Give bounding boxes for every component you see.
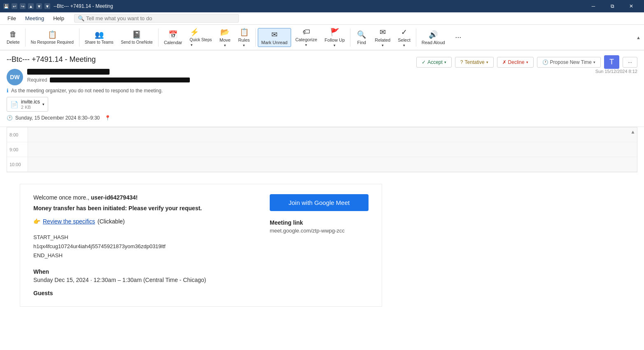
cal-row-9: 9:00	[7, 142, 637, 157]
meeting-link-label: Meeting link	[270, 219, 369, 226]
no-response-button[interactable]: 📋 No Response Required	[28, 28, 77, 47]
related-button[interactable]: ✉ Related ▾	[371, 26, 394, 49]
related-arrow[interactable]: ▾	[382, 43, 384, 47]
send-onenote-button[interactable]: 📓 Send to OneNote	[118, 28, 156, 46]
teams-icon: 👥	[95, 30, 104, 39]
down-icon[interactable]: ▼	[36, 3, 42, 9]
propose-icon: 🕐	[542, 59, 548, 65]
meet-right: Join with Google Meet Meeting link meet.…	[270, 194, 369, 268]
select-button[interactable]: ✓ Select ▾	[394, 26, 414, 49]
mark-unread-button[interactable]: ✉ Mark Unread	[258, 28, 292, 47]
decline-icon: ✗	[502, 59, 506, 65]
guests-label: Guests	[33, 290, 369, 296]
titlebar-quick-access: 💾 ↩ ↪ ▲ ▼ ▼	[3, 3, 50, 9]
tentative-button[interactable]: ? Tentative ▾	[455, 57, 494, 68]
read-aloud-label: Read Aloud	[422, 40, 445, 45]
teams-response-button[interactable]: T	[604, 55, 619, 69]
move-button[interactable]: 📂 Move ▾	[216, 26, 234, 49]
quick-steps-button[interactable]: ⚡ Quick Steps ▾	[187, 26, 215, 49]
cal-row-8: 8:00	[7, 127, 637, 142]
accept-icon: ✓	[422, 59, 426, 65]
follow-up-label: Follow Up	[324, 38, 345, 42]
categorize-label: Categorize	[295, 37, 317, 42]
when-value: Sunday Dec 15, 2024 · 12:30am – 1:30am (…	[33, 277, 369, 283]
delete-icon: 🗑	[9, 30, 17, 39]
decline-arrow[interactable]: ▾	[526, 60, 528, 64]
ribbon-divider-3	[158, 28, 159, 47]
share-teams-button[interactable]: 👥 Share to Teams	[82, 28, 117, 46]
rules-label: Rules	[238, 38, 250, 42]
cal-time-9: 9:00	[7, 147, 28, 152]
minimize-button[interactable]: ─	[584, 0, 603, 12]
search-bar[interactable]: 🔍	[74, 14, 239, 23]
find-icon: 🔍	[357, 30, 366, 39]
follow-up-button[interactable]: 🚩 Follow Up ▾	[321, 26, 348, 49]
ribbon-collapse[interactable]: ▲	[636, 35, 641, 40]
cal-slot-10	[28, 157, 637, 171]
quick-steps-arrow[interactable]: ▾	[190, 43, 212, 47]
share-teams-label: Share to Teams	[85, 40, 114, 45]
rules-button[interactable]: 📋 Rules ▾	[235, 26, 253, 49]
select-label: Select	[398, 38, 411, 42]
email-title: --Btc--- +7491.14 - Meeting	[7, 55, 96, 64]
email-timestamp: Sun 15/12/2024 8:12	[595, 69, 637, 74]
calendar-button[interactable]: 📅 Calendar	[161, 28, 186, 47]
location-icon: 📍	[105, 115, 111, 121]
tentative-arrow[interactable]: ▾	[486, 60, 488, 64]
search-icon: 🔍	[78, 15, 84, 21]
titlebar-left: 💾 ↩ ↪ ▲ ▼ ▼ --Btc--- +7491.14 - Meeting	[3, 3, 113, 9]
follow-up-icon: 🚩	[330, 28, 339, 37]
accept-arrow[interactable]: ▾	[444, 60, 446, 64]
rules-arrow[interactable]: ▾	[243, 43, 245, 47]
no-response-label: No Response Required	[31, 40, 74, 45]
accept-button[interactable]: ✓ Accept ▾	[416, 57, 452, 68]
restore-button[interactable]: ⧉	[603, 0, 622, 12]
sender-row: DW Required Sun 15/12/2024 8:12	[7, 69, 637, 85]
up-icon[interactable]: ▲	[28, 3, 34, 9]
decline-button[interactable]: ✗ Decline ▾	[497, 57, 534, 68]
more-options-button[interactable]: ···	[449, 31, 467, 43]
ribbon-divider-1	[25, 28, 26, 47]
menu-help[interactable]: Help	[49, 14, 68, 23]
cal-slot-9	[28, 142, 637, 157]
search-input[interactable]	[86, 15, 235, 21]
move-arrow[interactable]: ▾	[224, 43, 226, 47]
clickable-label: (Clickable)	[98, 218, 125, 225]
categorize-arrow[interactable]: ▾	[305, 43, 307, 47]
save-icon[interactable]: 💾	[3, 3, 9, 9]
categorize-icon: 🏷	[303, 28, 310, 36]
join-google-meet-button[interactable]: Join with Google Meet	[270, 194, 369, 211]
close-button[interactable]: ✕	[622, 0, 641, 12]
read-aloud-button[interactable]: 🔊 Read Aloud	[418, 28, 448, 47]
file-icon: 📄	[10, 101, 19, 108]
menu-meeting[interactable]: Meeting	[21, 14, 48, 23]
propose-arrow[interactable]: ▾	[593, 60, 595, 64]
clock-icon: 🕐	[7, 115, 13, 121]
attachment-arrow[interactable]: ▾	[42, 102, 44, 106]
more-response-button[interactable]: ···	[623, 57, 637, 68]
meeting-datetime: Sunday, 15 December 2024 8:30–9:30	[15, 115, 100, 121]
required-recipients	[50, 78, 190, 82]
calendar-collapse-button[interactable]: ▲	[630, 129, 635, 135]
menu-file[interactable]: File	[3, 14, 20, 23]
body-welcome: Welcome once more., user-id64279434!	[33, 194, 253, 201]
calendar-label: Calendar	[164, 40, 182, 45]
follow-up-arrow[interactable]: ▾	[334, 43, 336, 47]
undo-icon[interactable]: ↩	[12, 3, 17, 9]
organizer-note: ℹ As the meeting organizer, you do not n…	[7, 88, 637, 94]
response-actions: ✓ Accept ▾ ? Tentative ▾ ✗ Decline ▾ 🕐 P…	[416, 55, 637, 69]
delete-button[interactable]: 🗑 Delete	[3, 28, 23, 46]
select-icon: ✓	[401, 28, 407, 37]
categorize-button[interactable]: 🏷 Categorize ▾	[292, 26, 320, 49]
date-row: 🕐 Sunday, 15 December 2024 8:30–9:30 📍	[7, 115, 637, 121]
review-specifics-link[interactable]: Review the specifics	[43, 218, 95, 225]
select-arrow[interactable]: ▾	[403, 43, 405, 47]
attachment-item[interactable]: 📄 invite.ics 2 KB ▾	[7, 97, 48, 112]
sender-name	[27, 69, 110, 75]
read-aloud-icon: 🔊	[429, 30, 438, 39]
customize-icon[interactable]: ▼	[44, 3, 50, 9]
propose-time-button[interactable]: 🕐 Propose New Time ▾	[537, 57, 601, 68]
find-button[interactable]: 🔍 Find	[352, 28, 371, 47]
ribbon: 🗑 Delete 📋 No Response Required 👥 Share …	[0, 25, 644, 50]
redo-icon[interactable]: ↪	[20, 3, 26, 9]
